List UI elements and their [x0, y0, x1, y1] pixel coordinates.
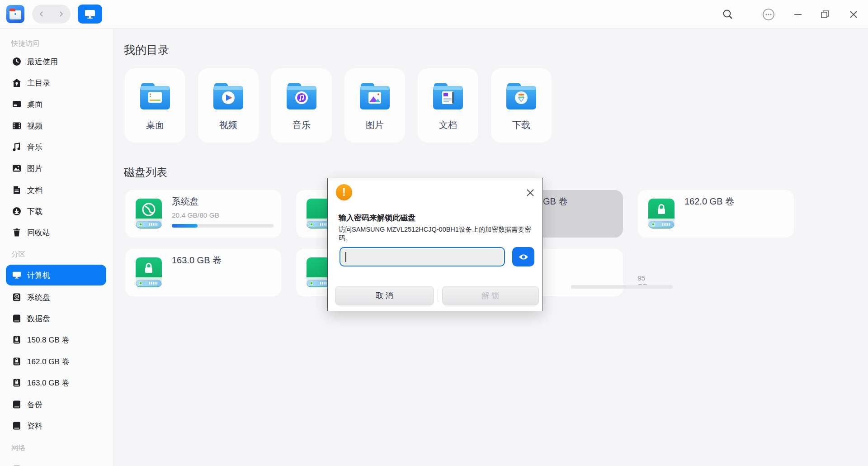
computer-view-button[interactable]: [78, 5, 102, 24]
search-icon: [722, 9, 734, 20]
folder-card-pictures[interactable]: 图片: [344, 68, 405, 143]
sidebar-item-documents[interactable]: 文档: [6, 180, 106, 200]
section-header-quick-access: 快捷访问: [11, 39, 39, 48]
sidebar-item-label: 数据盘: [27, 314, 50, 324]
folder-card-downloads[interactable]: 下载: [491, 68, 552, 143]
videos-folder-icon: [212, 82, 244, 110]
download-icon: [12, 207, 21, 216]
folder-label: 图片: [344, 119, 405, 131]
monitor-icon: [84, 9, 96, 19]
sidebar-item-data-disk[interactable]: 数据盘: [6, 308, 106, 329]
close-button[interactable]: [845, 6, 862, 23]
sidebar-item-music[interactable]: 音乐: [6, 137, 106, 157]
sidebar-item-label: 162.0 GB 卷: [27, 357, 70, 367]
disk-name: 162.0 GB 卷: [684, 195, 734, 208]
sidebar-item-label: 资料: [27, 421, 42, 431]
encrypted-disk-icon: [648, 199, 675, 228]
sidebar-item-label: 图片: [27, 163, 42, 174]
sidebar-item-volume-163[interactable]: 163.0 GB 卷: [6, 372, 106, 393]
folder-label: 音乐: [271, 119, 332, 131]
password-input[interactable]: [340, 247, 505, 266]
disk-name: 系统盘: [172, 195, 199, 208]
search-button[interactable]: [719, 6, 736, 23]
encrypted-disk-icon: [12, 378, 21, 387]
unlock-button-label: 解 锁: [482, 290, 500, 301]
encrypted-disk-icon: [12, 357, 21, 366]
folder-label: 视频: [198, 119, 259, 131]
close-icon: [526, 189, 534, 197]
disk-card-162[interactable]: 162.0 GB 卷: [638, 190, 794, 238]
cancel-button[interactable]: 取 消: [335, 286, 434, 305]
system-disk-icon: [136, 199, 162, 228]
sidebar-item-data[interactable]: 资料: [6, 415, 106, 436]
sidebar-item-system-disk[interactable]: 系统盘: [6, 287, 106, 308]
eye-icon: [518, 253, 529, 261]
sidebar-item-label: 文档: [27, 185, 42, 195]
button-divider: [438, 289, 438, 302]
ellipsis-menu-icon: [762, 8, 775, 21]
unlock-disk-dialog: ! 输入密码来解锁此磁盘 访问SAMSUNG MZVL2512HCJQ-00BH…: [327, 178, 543, 311]
disk-card-system[interactable]: 系统盘 20.4 GB/80 GB: [125, 190, 281, 238]
folder-card-documents[interactable]: 文档: [418, 68, 478, 143]
music-folder-icon: [286, 82, 317, 110]
sidebar-item-pictures[interactable]: 图片: [6, 158, 106, 179]
image-icon: [12, 164, 21, 173]
documents-folder-icon: [432, 82, 464, 110]
disk-card-163[interactable]: 163.0 GB 卷: [125, 249, 281, 296]
system-disk-icon: [12, 293, 21, 302]
encrypted-disk-icon: [12, 335, 21, 344]
maximize-button[interactable]: [816, 6, 834, 23]
sidebar-item-label: 桌面: [27, 99, 42, 109]
folder-card-music[interactable]: 音乐: [271, 68, 332, 143]
forward-button[interactable]: [52, 5, 71, 24]
chevron-right-icon: [58, 11, 64, 17]
folder-card-videos[interactable]: 视频: [198, 68, 259, 143]
pictures-folder-icon: [359, 82, 391, 110]
disk-name-partial: GB 卷: [543, 195, 567, 208]
cancel-button-label: 取 消: [376, 290, 393, 301]
sidebar-item-network-partial[interactable]: [6, 459, 106, 466]
sidebar-item-trash[interactable]: 回收站: [6, 222, 106, 243]
sidebar-item-home[interactable]: 主目录: [6, 72, 106, 93]
sidebar-item-label: 下载: [27, 206, 42, 217]
sidebar-item-computer[interactable]: 计算机: [6, 265, 106, 285]
sidebar-item-backup[interactable]: 备份: [6, 394, 106, 415]
sidebar-item-recent[interactable]: 最近使用: [6, 51, 106, 72]
sidebar: 快捷访问 最近使用 主目录 桌面 视频 音乐 图片 文档 下载 回收站 分区 计…: [0, 29, 113, 466]
desktop-icon: [12, 100, 21, 109]
sidebar-item-label: 计算机: [27, 270, 50, 281]
disk-usage-bar: [172, 224, 274, 228]
folder-card-desktop[interactable]: 桌面: [125, 68, 185, 143]
encrypted-disk-icon: [136, 257, 162, 287]
home-icon: [12, 78, 21, 87]
warning-icon: !: [336, 184, 352, 200]
dialog-description: 访问SAMSUNG MZVL2512HCJQ-00BH1设备上的加密数据需要密码…: [339, 225, 542, 243]
trash-icon: [12, 228, 21, 237]
chevron-left-icon: [38, 11, 45, 17]
sidebar-item-desktop[interactable]: 桌面: [6, 94, 106, 114]
unlock-button[interactable]: 解 锁: [442, 286, 539, 305]
disk-list-title: 磁盘列表: [124, 165, 167, 180]
sidebar-item-label: 视频: [27, 121, 42, 131]
document-icon: [12, 185, 21, 195]
sidebar-item-volume-150[interactable]: 150.8 GB 卷: [6, 329, 106, 350]
back-button[interactable]: [32, 5, 51, 24]
toggle-password-visibility-button[interactable]: [512, 247, 534, 266]
section-header-partitions: 分区: [11, 250, 25, 259]
folder-label: 下载: [491, 119, 552, 131]
sidebar-item-volume-162[interactable]: 162.0 GB 卷: [6, 351, 106, 372]
sidebar-item-videos[interactable]: 视频: [6, 115, 106, 136]
monitor-icon: [12, 271, 21, 280]
titlebar: [0, 0, 868, 29]
clock-icon: [12, 57, 21, 66]
dialog-close-button[interactable]: [524, 186, 537, 200]
menu-button[interactable]: [760, 6, 777, 23]
sidebar-item-downloads[interactable]: 下载: [6, 201, 106, 222]
disk-name: 163.0 GB 卷: [172, 254, 222, 266]
disk-usage: 20.4 GB/80 GB: [172, 211, 219, 219]
dialog-title: 输入密码来解锁此磁盘: [339, 213, 415, 223]
my-directory-title: 我的目录: [124, 43, 169, 57]
music-note-icon: [12, 143, 21, 152]
desktop-folder-icon: [139, 82, 171, 110]
minimize-button[interactable]: [789, 6, 807, 23]
